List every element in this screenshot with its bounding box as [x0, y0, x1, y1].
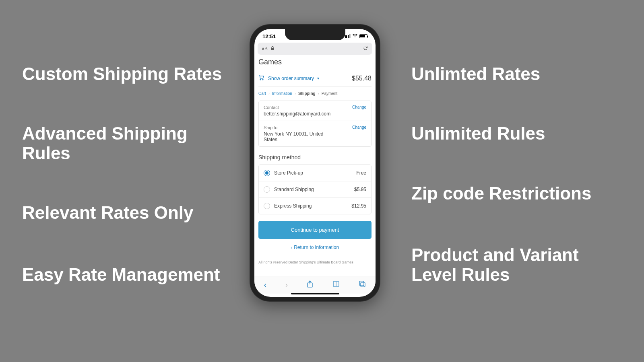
wifi-icon	[352, 33, 358, 39]
footer-copyright: All rights reserved Better Shipping's Ul…	[258, 256, 372, 264]
summary-toggle-label: Show order summary	[268, 76, 314, 81]
radio-icon	[264, 170, 270, 176]
feature-item: Relevant Rates Only	[22, 203, 223, 222]
feature-item: Zip code Restrictions	[411, 184, 621, 203]
method-label: Standard Shipping	[274, 187, 314, 192]
phone-mockup: 12:51 ∎ıl ᴀA Games	[250, 24, 380, 302]
feature-item: Custom Shipping Rates	[22, 64, 223, 84]
radio-icon	[264, 186, 270, 193]
contact-value: better.shipping@atomyard.com	[264, 111, 330, 117]
checkout-breadcrumb: Cart › Information › Shipping › Payment	[258, 86, 372, 101]
crumb-shipping: Shipping	[298, 91, 316, 96]
bookmarks-icon[interactable]	[332, 281, 340, 289]
feature-item: Advanced Shipping Rules	[22, 124, 223, 163]
shipping-methods: Store Pick-up Free Standard Shipping $5.…	[258, 165, 372, 214]
cell-signal-icon: ∎ıl	[345, 33, 351, 39]
shipping-option-pickup[interactable]: Store Pick-up Free	[259, 165, 371, 181]
forward-icon: ›	[285, 281, 288, 289]
reload-icon[interactable]	[363, 45, 368, 52]
continue-to-payment-button[interactable]: Continue to payment	[258, 221, 372, 239]
home-indicator	[291, 293, 339, 294]
phone-notch	[285, 29, 345, 40]
svg-rect-4	[361, 282, 365, 287]
contact-label: Contact	[264, 105, 330, 110]
shipping-option-standard[interactable]: Standard Shipping $5.95	[259, 181, 371, 197]
tabs-icon[interactable]	[359, 280, 366, 290]
crumb-cart[interactable]: Cart	[258, 91, 266, 96]
change-shipto-link[interactable]: Change	[352, 125, 366, 130]
svg-point-1	[260, 79, 261, 80]
page-title: Games	[258, 58, 372, 66]
chevron-right-icon: ›	[268, 92, 270, 96]
reader-view-icon[interactable]: ᴀA	[262, 46, 268, 52]
status-time: 12:51	[262, 33, 276, 39]
feature-item: Unlimted Rates	[411, 64, 621, 84]
shipping-option-express[interactable]: Express Shipping $12.95	[259, 197, 371, 214]
feature-item: Easy Rate Management	[22, 265, 223, 284]
method-label: Express Shipping	[274, 203, 312, 209]
status-icons: ∎ıl	[345, 33, 367, 39]
radio-icon	[264, 203, 270, 209]
shipto-value: New York NY 10001, United States	[264, 131, 332, 142]
order-total: $55.48	[352, 75, 372, 82]
shipto-label: Ship to	[264, 125, 332, 130]
chevron-left-icon: ‹	[291, 245, 292, 250]
chevron-right-icon: ›	[318, 92, 319, 96]
method-label: Store Pick-up	[274, 170, 303, 176]
svg-point-2	[262, 79, 263, 80]
crumb-payment: Payment	[322, 91, 337, 96]
method-price: Free	[356, 170, 366, 176]
lock-icon	[270, 46, 275, 51]
method-price: $12.95	[351, 203, 366, 209]
method-price: $5.95	[354, 187, 366, 192]
feature-item: Product and Variant Level Rules	[411, 245, 621, 284]
back-icon[interactable]: ‹	[264, 281, 266, 289]
feature-list-right: Unlimted Rates Unlimited Rules Zip code …	[411, 0, 621, 362]
phone-screen: 12:51 ∎ıl ᴀA Games	[254, 29, 376, 297]
order-summary-toggle[interactable]: Show order summary ▾	[258, 74, 319, 82]
svg-rect-5	[359, 281, 364, 286]
cart-icon	[258, 74, 265, 82]
shipping-method-header: Shipping method	[258, 154, 372, 160]
safari-address-bar[interactable]: ᴀA	[258, 43, 372, 55]
chevron-down-icon: ▾	[317, 76, 319, 80]
share-icon[interactable]	[307, 280, 313, 290]
change-contact-link[interactable]: Change	[352, 105, 366, 109]
battery-icon	[359, 34, 367, 38]
crumb-information[interactable]: Information	[272, 91, 292, 96]
feature-item: Unlimited Rules	[411, 124, 621, 143]
return-to-information-link[interactable]: ‹Return to information	[258, 245, 372, 250]
return-label: Return to information	[294, 245, 339, 250]
shipping-info-box: Contact better.shipping@atomyard.com Cha…	[258, 101, 372, 147]
chevron-right-icon: ›	[295, 92, 296, 96]
safari-toolbar: ‹ ›	[254, 276, 376, 294]
svg-rect-0	[271, 48, 274, 50]
feature-list-left: Custom Shipping Rates Advanced Shipping …	[22, 0, 223, 362]
